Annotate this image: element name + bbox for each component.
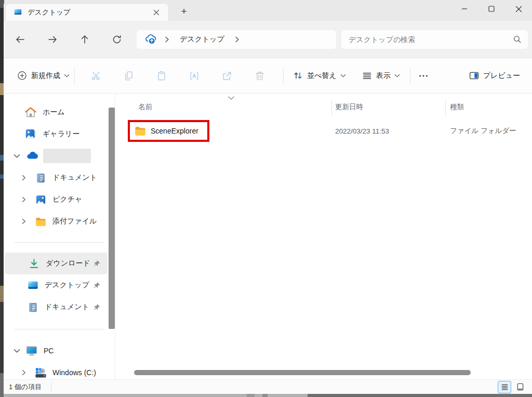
chevron-down-icon[interactable] xyxy=(9,154,24,158)
new-tab-button[interactable]: + xyxy=(176,4,192,19)
column-header-type[interactable]: 種類 xyxy=(445,102,532,112)
chevron-down-icon[interactable] xyxy=(9,349,24,353)
forward-icon[interactable] xyxy=(42,30,63,49)
windows-drive-icon xyxy=(35,367,47,379)
up-icon[interactable] xyxy=(74,30,95,49)
close-icon[interactable] xyxy=(505,0,532,18)
copy-icon[interactable] xyxy=(119,66,139,86)
tab-desktop[interactable]: デスクトップ xyxy=(5,3,169,21)
toolbar-separator xyxy=(74,68,75,84)
sidebar-item-windows-c[interactable]: Windows (C:) xyxy=(4,362,108,379)
home-icon xyxy=(24,106,37,118)
preview-button-label: プレビュー xyxy=(483,71,520,81)
file-list-pane: 名前 更新日時 種類 Scene xyxy=(115,94,532,379)
column-header-name[interactable]: 名前 xyxy=(115,102,331,112)
preview-pane-icon xyxy=(469,70,480,81)
search-input[interactable] xyxy=(349,35,513,44)
sidebar-divider xyxy=(14,242,104,243)
address-bar: デスクトップ xyxy=(4,21,532,58)
sidebar-item-downloads[interactable]: ダウンロード xyxy=(5,253,108,274)
chevron-right-icon[interactable] xyxy=(165,36,169,43)
file-name-cell: SceneExplorer xyxy=(115,120,331,142)
sidebar-item-label: ドキュメント xyxy=(45,302,89,312)
minimize-icon[interactable] xyxy=(451,0,478,18)
toolbar-separator xyxy=(283,68,284,84)
window-controls xyxy=(451,0,532,21)
sidebar-scrollbar[interactable] xyxy=(109,108,115,329)
view-button-label: 表示 xyxy=(376,71,391,81)
new-button[interactable]: 新規作成 xyxy=(12,65,74,86)
sidebar-item-onedrive[interactable] xyxy=(4,145,108,167)
navigation-pane: ホーム ギャラリー xyxy=(4,94,115,379)
column-header-modified[interactable]: 更新日時 xyxy=(331,102,445,112)
column-headers: 名前 更新日時 種類 xyxy=(115,99,532,115)
sidebar-item-documents-pinned[interactable]: ドキュメント xyxy=(4,296,108,318)
pin-icon xyxy=(93,282,101,289)
sidebar-item-label: ピクチャ xyxy=(52,195,82,204)
pc-icon xyxy=(25,345,38,357)
search-field xyxy=(341,30,528,49)
sort-button[interactable]: 並べ替え xyxy=(288,65,351,86)
tab-close-icon[interactable] xyxy=(150,6,163,19)
pin-icon xyxy=(93,260,101,268)
back-icon[interactable] xyxy=(10,30,31,49)
plus-circle-icon xyxy=(17,70,28,81)
sidebar-item-documents[interactable]: ドキュメント xyxy=(4,167,108,189)
sidebar-item-pc[interactable]: PC xyxy=(4,340,108,362)
sidebar-item-gallery[interactable]: ギャラリー xyxy=(4,123,108,145)
status-divider xyxy=(51,382,51,391)
refresh-icon[interactable] xyxy=(107,30,127,49)
sidebar-item-attachments[interactable]: 添付ファイル xyxy=(4,210,108,232)
sort-button-label: 並べ替え xyxy=(307,71,337,81)
horizontal-scrollbar[interactable] xyxy=(134,370,471,375)
sidebar-item-pictures[interactable]: ピクチャ xyxy=(4,189,108,210)
search-icon xyxy=(513,35,522,44)
sidebar-item-label: ギャラリー xyxy=(43,129,79,139)
new-button-label: 新規作成 xyxy=(31,71,60,81)
explorer-window: デスクトップ + xyxy=(0,0,532,397)
paste-icon[interactable] xyxy=(152,66,171,86)
onedrive-label-redacted xyxy=(43,149,91,163)
chevron-right-icon[interactable] xyxy=(16,369,32,376)
chevron-right-icon[interactable] xyxy=(16,175,32,181)
list-lines-icon xyxy=(362,70,373,81)
preview-button[interactable]: プレビュー xyxy=(464,65,525,86)
maximize-icon[interactable] xyxy=(478,0,505,18)
sidebar-item-home[interactable]: ホーム xyxy=(4,101,108,123)
sidebar-item-label: ドキュメント xyxy=(52,173,97,182)
chevron-right-icon[interactable] xyxy=(16,218,32,224)
desktop-tab-icon xyxy=(14,8,22,17)
window-bottom-edge xyxy=(4,394,532,397)
column-separator[interactable] xyxy=(331,100,332,115)
chevron-down-icon xyxy=(64,74,70,78)
folder-icon xyxy=(134,125,147,137)
share-icon[interactable] xyxy=(217,66,237,86)
clipboard-actions xyxy=(86,66,270,86)
item-count: 1 個の項目 xyxy=(9,382,42,392)
annotation-red-box: SceneExplorer xyxy=(128,120,209,142)
rename-icon[interactable] xyxy=(184,66,204,86)
breadcrumb-location[interactable]: デスクトップ xyxy=(177,34,228,45)
documents-icon xyxy=(27,301,39,313)
chevron-right-icon[interactable] xyxy=(235,36,240,43)
toolbar-separator xyxy=(410,68,410,84)
delete-icon[interactable] xyxy=(250,66,270,86)
chevron-right-icon[interactable] xyxy=(16,196,32,203)
sidebar-item-desktop[interactable]: デスクトップ xyxy=(4,274,108,296)
file-row-sceneexplorer[interactable]: SceneExplorer 2022/03/23 11:53 ファイル フォルダ… xyxy=(115,118,532,143)
folder-icon xyxy=(35,216,47,228)
cut-icon[interactable] xyxy=(86,66,106,86)
onedrive-icon xyxy=(25,149,39,163)
chevron-down-icon xyxy=(394,74,400,78)
status-bar: 1 個の項目 xyxy=(4,379,532,394)
file-type: ファイル フォルダー xyxy=(445,126,532,136)
more-options-icon[interactable] xyxy=(414,66,433,86)
onedrive-sync-icon[interactable] xyxy=(144,33,157,46)
column-separator[interactable] xyxy=(445,100,446,115)
sidebar-item-label: PC xyxy=(44,347,54,355)
view-toggles xyxy=(498,381,527,393)
details-view-button[interactable] xyxy=(498,381,511,393)
sort-arrows-icon xyxy=(292,70,303,81)
thumbnail-view-button[interactable] xyxy=(513,381,527,393)
view-button[interactable]: 表示 xyxy=(357,65,405,86)
